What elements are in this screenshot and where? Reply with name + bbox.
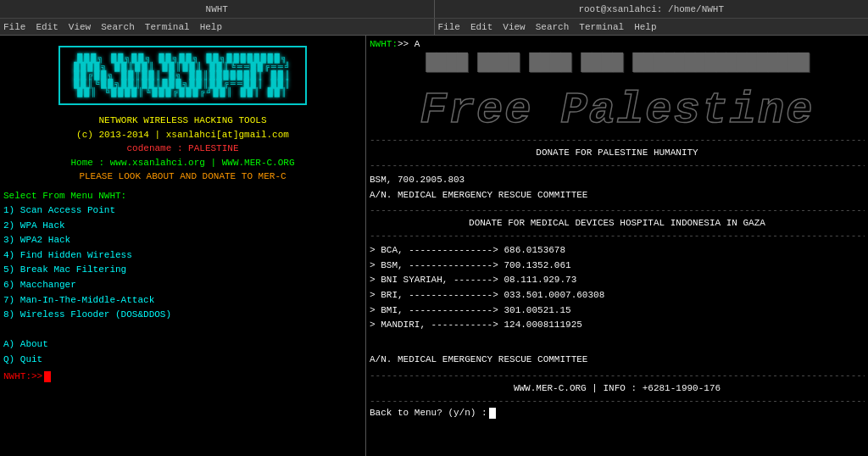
menu-item-7[interactable]: 7) Man-In-The-Middle-Attack: [3, 293, 362, 309]
title-bars: NWHT root@xsanlahci: /home/NWHT: [0, 0, 868, 19]
bank-bsm: > BSM, ---------------> 700.1352.061: [370, 259, 865, 274]
menu-terminal-left[interactable]: Terminal: [145, 22, 190, 32]
left-terminal-pane: ███╗ ██╗██╗ ██╗██╗ ██╗████████╗ ████╗ ██…: [0, 36, 366, 456]
cursor: [44, 371, 51, 382]
right-prompt-line: NWHT:>> A: [370, 39, 865, 49]
left-title: NWHT: [0, 0, 434, 18]
divider-3: ----------------------------------------…: [370, 205, 865, 215]
menu-section: Select From Menu NWHT: 1) Scan Access Po…: [3, 189, 362, 368]
menu-item-8[interactable]: 8) Wireless Flooder (DOS&DDOS): [3, 308, 362, 323]
menu-item-3[interactable]: 3) WPA2 Hack: [3, 233, 362, 248]
menu-item-6[interactable]: 6) Macchanger: [3, 278, 362, 293]
fp-svg-art: Free Palestine: [371, 75, 863, 131]
tool-info: NETWORK WIRELESS HACKING TOOLS (c) 2013-…: [3, 114, 362, 184]
links: Home : www.xsanlahci.org | WWW.MER-C.ORG: [3, 156, 362, 170]
bsm-info: BSM, 700.2905.803 A/N. MEDICAL EMERGENCY…: [370, 173, 865, 203]
menu-item-1[interactable]: 1) Scan Access Point: [3, 203, 362, 219]
menu-edit-right[interactable]: Edit: [470, 22, 492, 32]
bsm-account: BSM, 700.2905.803: [370, 173, 865, 188]
divider-5: ----------------------------------------…: [370, 370, 865, 381]
an-label-1: A/N. MEDICAL EMERGENCY RESCUE COMMITTEE: [370, 188, 865, 203]
svg-text:Free Palestine: Free Palestine: [420, 86, 815, 131]
fp-art-container: Free Palestine: [370, 75, 865, 135]
main-content: ███╗ ██╗██╗ ██╗██╗ ██╗████████╗ ████╗ ██…: [0, 36, 868, 456]
nwht-logo: ███╗ ██╗██╗ ██╗██╗ ██╗████████╗ ████╗ ██…: [58, 46, 307, 105]
divider-1: ----------------------------------------…: [370, 135, 865, 145]
menu-item-4[interactable]: 4) Find Hidden Wireless: [3, 248, 362, 264]
donate-header-1: DONATE FOR PALESTINE HUMANITY: [370, 147, 865, 158]
bank-bri: > BRI, ---------------> 033.501.0007.603…: [370, 288, 865, 303]
codename: codename : PALESTINE: [3, 142, 362, 156]
left-menu-bar: File Edit View Search Terminal Help: [0, 19, 434, 35]
divider-2: ----------------------------------------…: [370, 160, 865, 170]
option-quit[interactable]: Q) Quit: [3, 353, 362, 368]
bank-list: > BCA, ---------------> 686.0153678 > BS…: [370, 243, 865, 333]
menu-view-left[interactable]: View: [69, 22, 91, 32]
donate-header-2: DONATE FOR MEDICAL DEVICES HOSPITAL INDO…: [370, 218, 865, 228]
menu-view-right[interactable]: View: [503, 22, 525, 32]
right-terminal-pane: NWHT:>> A ████ ████ ████ ████ ██████████…: [366, 36, 868, 456]
right-cursor: [489, 408, 496, 419]
donate-msg: PLEASE LOOK ABOUT AND DONATE TO MER-C: [3, 170, 362, 184]
menu-bars: File Edit View Search Terminal Help File…: [0, 19, 868, 36]
menu-search-left[interactable]: Search: [101, 22, 135, 32]
divider-4: ----------------------------------------…: [370, 231, 865, 241]
menu-search-right[interactable]: Search: [536, 22, 570, 32]
right-menu-bar: File Edit View Search Terminal Help: [435, 19, 869, 35]
right-title: root@xsanlahci: /home/NWHT: [435, 0, 869, 18]
menu-edit-left[interactable]: Edit: [36, 22, 58, 32]
back-prompt[interactable]: Back to Menu? (y/n) :: [370, 408, 865, 419]
tool-name: NETWORK WIRELESS HACKING TOOLS: [3, 114, 362, 128]
menu-header: Select From Menu NWHT:: [3, 189, 362, 204]
menu-help-left[interactable]: Help: [200, 22, 222, 32]
copyright: (c) 2013-2014 | xsanlahci[at]gmail.com: [3, 128, 362, 142]
menu-help-right[interactable]: Help: [634, 22, 656, 32]
menu-terminal-right[interactable]: Terminal: [579, 22, 624, 32]
input-prompt[interactable]: NWHT:>>: [3, 371, 362, 382]
menu-item-2[interactable]: 2) WPA Hack: [3, 219, 362, 234]
website-line: WWW.MER-C.ORG | INFO : +6281-1990-176: [370, 383, 865, 393]
bank-bca: > BCA, ---------------> 686.0153678: [370, 243, 865, 259]
menu-item-5[interactable]: 5) Break Mac Filtering: [3, 263, 362, 278]
an-label-2: A/N. MEDICAL EMERGENCY RESCUE COMMITTEE: [370, 338, 865, 368]
bank-bni: > BNI SYARIAH, -------> 08.111.929.73: [370, 273, 865, 288]
bank-bmi: > BMI, ---------------> 301.00521.15: [370, 303, 865, 319]
divider-6: ----------------------------------------…: [370, 396, 865, 406]
bank-mandiri: > MANDIRI, -----------> 124.0008111925: [370, 318, 865, 333]
option-about[interactable]: A) About: [3, 337, 362, 353]
menu-file-left[interactable]: File: [3, 22, 25, 32]
free-palestine-title: ████ ████ ████ ████ █████████████████: [370, 53, 865, 74]
menu-file-right[interactable]: File: [438, 22, 460, 32]
logo-area: ███╗ ██╗██╗ ██╗██╗ ██╗████████╗ ████╗ ██…: [3, 39, 362, 112]
